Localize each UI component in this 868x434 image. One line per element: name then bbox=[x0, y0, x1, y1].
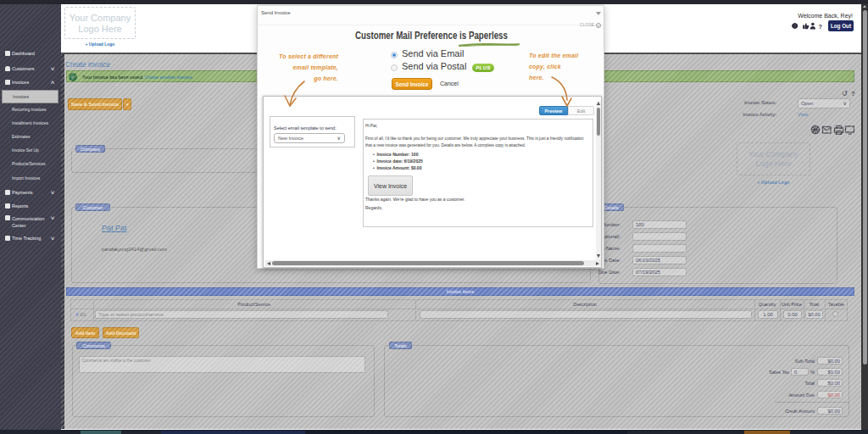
svg-text:?: ? bbox=[819, 23, 822, 30]
